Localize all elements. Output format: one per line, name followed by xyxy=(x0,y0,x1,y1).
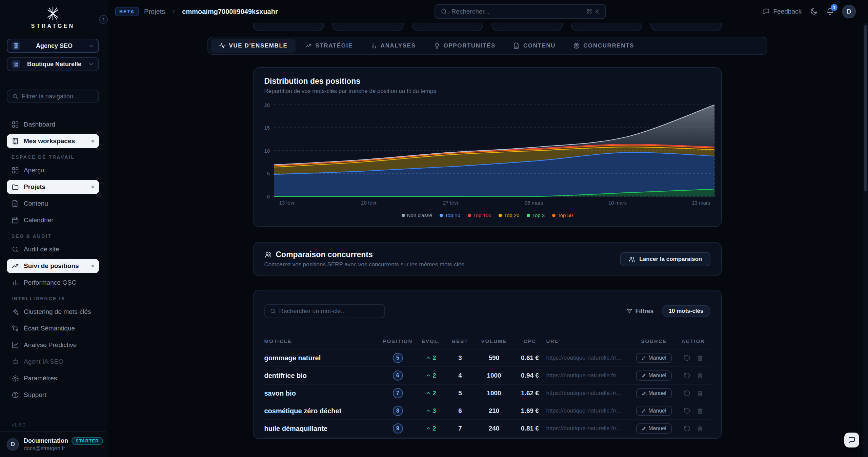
trash-icon xyxy=(697,390,703,397)
url-cell[interactable]: https://boutique-naturelle.fr/hygiene/de… xyxy=(546,372,632,379)
notifications-button[interactable]: 1 xyxy=(826,7,834,16)
tab-strategie[interactable]: STRATÉGIE xyxy=(297,39,361,53)
tab-vue-densemble[interactable]: VUE D'ENSEMBLE xyxy=(211,39,296,53)
sidebar-item-analyse-predictive[interactable]: Analyse Prédictive xyxy=(7,338,99,352)
bar-chart-icon xyxy=(370,42,377,49)
filters-button[interactable]: Filtres xyxy=(626,308,653,315)
logo: STRATGEN xyxy=(0,0,106,32)
sidebar-item-support[interactable]: Support xyxy=(7,388,99,402)
evolution-cell: 2 xyxy=(416,390,446,397)
chart-legend: Non classé Top 10 Top 100 Top 20 Top 3 T… xyxy=(264,212,710,218)
sidebar-item-projets[interactable]: Projets xyxy=(7,180,99,194)
keywords-count-badge: 10 mots-clés xyxy=(662,305,710,317)
sidebar-filter[interactable] xyxy=(7,90,99,103)
sidebar-nav: Dashboard Mes workspaces ESPACE DE TRAVA… xyxy=(0,103,106,422)
sidebar-item-suivi-de-positions[interactable]: Suivi de positions xyxy=(7,259,99,273)
sidebar-item-agent-ia-seo[interactable]: Agent IA SEO xyxy=(7,355,99,369)
workspace-switcher-agency[interactable]: Agency SEO xyxy=(7,39,99,53)
activity-icon xyxy=(219,42,226,49)
sidebar-collapse-button[interactable] xyxy=(99,15,108,24)
tab-concurrents[interactable]: CONCURRENTS xyxy=(565,39,642,53)
sidebar-item-audit-de-site[interactable]: Audit de site xyxy=(7,242,99,256)
legend-top-100[interactable]: Top 100 xyxy=(468,212,491,218)
refresh-icon xyxy=(684,407,690,414)
refresh-keyword-button[interactable] xyxy=(682,424,692,433)
sidebar-filter-input[interactable] xyxy=(22,93,94,100)
arrow-up-icon xyxy=(426,391,431,396)
legend-non-classe[interactable]: Non classé xyxy=(402,212,432,218)
keyword-row[interactable]: savon bio 7 2 5 1000 1.62 € https://bout… xyxy=(264,385,710,402)
trash-icon xyxy=(697,372,703,379)
delete-keyword-button[interactable] xyxy=(695,388,705,398)
delete-keyword-button[interactable] xyxy=(695,353,705,363)
app-window: STRATGEN Agency SEO Boutique Naturelle D… xyxy=(0,0,868,457)
chevron-down-icon xyxy=(88,61,94,67)
delete-keyword-button[interactable] xyxy=(695,424,705,433)
top-header: BETA Projets cmmoaimg7000li9049ksxuahr ⌘… xyxy=(106,0,868,23)
stat-card-stub xyxy=(253,23,324,31)
help-icon xyxy=(12,391,19,399)
sidebar-item-performance-gsc[interactable]: Performance GSC xyxy=(7,275,99,290)
legend-top-10[interactable]: Top 10 xyxy=(440,212,460,218)
keyword-row[interactable]: huile démaquillante 9 2 7 240 0.81 € htt… xyxy=(264,420,710,438)
chat-widget-button[interactable] xyxy=(844,433,859,448)
tab-opportunites[interactable]: OPPORTUNITÉS xyxy=(425,39,504,53)
source-badge: Manuel xyxy=(636,388,671,398)
sidebar-item-clustering[interactable]: Clustering de mots-clés xyxy=(7,305,99,319)
sidebar-item-mes-workspaces[interactable]: Mes workspaces xyxy=(7,134,99,148)
tab-contenu[interactable]: CONTENU xyxy=(505,39,564,53)
sidebar-item-dashboard[interactable]: Dashboard xyxy=(7,117,99,132)
delete-keyword-button[interactable] xyxy=(695,371,705,380)
stat-card-stub xyxy=(412,23,483,31)
refresh-icon xyxy=(684,355,690,361)
refresh-keyword-button[interactable] xyxy=(682,371,692,380)
filter-icon xyxy=(626,308,632,314)
volume-cell: 1000 xyxy=(475,389,514,397)
y-axis-labels: 20 15 10 5 0 xyxy=(264,105,270,196)
keyword-search-input[interactable] xyxy=(279,308,380,315)
user-avatar-button[interactable]: D xyxy=(842,5,856,18)
pencil-icon xyxy=(642,356,646,360)
legend-top-50[interactable]: Top 50 xyxy=(552,212,573,218)
grid-icon xyxy=(12,167,19,174)
breadcrumb-projets[interactable]: Projets xyxy=(144,8,165,16)
refresh-keyword-button[interactable] xyxy=(682,353,692,363)
feedback-button[interactable]: Feedback xyxy=(763,8,802,15)
legend-top-3[interactable]: Top 3 xyxy=(527,212,545,218)
table-header-row: MOT-CLÉ POSITION ÉVOL. BEST VOLUME CPC U… xyxy=(264,333,710,349)
theme-toggle-button[interactable] xyxy=(810,7,818,16)
scrollbar-thumb[interactable] xyxy=(864,25,867,191)
source-badge: Manuel xyxy=(636,353,671,363)
content-scroll-area: VUE D'ENSEMBLE STRATÉGIE ANALYSES OPPORT… xyxy=(106,23,868,457)
sidebar-item-ecart-semantique[interactable]: Écart Sémantique xyxy=(7,321,99,336)
keyword-row[interactable]: cosmétique zéro déchet 8 3 6 210 1.69 € … xyxy=(264,402,710,420)
url-cell[interactable]: https://boutique-naturelle.fr/... xyxy=(546,425,632,432)
workspace-switcher-boutique[interactable]: Boutique Naturelle xyxy=(7,57,99,71)
legend-top-20[interactable]: Top 20 xyxy=(499,212,519,218)
user-card[interactable]: D Documentation STARTER docs@stratgen.fr xyxy=(0,431,106,457)
keyword-cell: huile démaquillante xyxy=(264,425,380,433)
sidebar-item-parametres[interactable]: Paramètres xyxy=(7,371,99,385)
nav-section-seo-audit: SEO & AUDIT xyxy=(12,233,99,239)
refresh-keyword-button[interactable] xyxy=(682,388,692,398)
sidebar-item-contenu[interactable]: Contenu xyxy=(7,196,99,211)
keyword-row[interactable]: dentifrice bio 6 2 4 1000 0.94 € https:/… xyxy=(264,367,710,385)
global-search-input[interactable] xyxy=(451,8,583,15)
keyword-cell: dentifrice bio xyxy=(264,372,380,380)
refresh-keyword-button[interactable] xyxy=(682,406,692,416)
target-icon xyxy=(573,42,580,49)
page-scrollbar[interactable] xyxy=(863,23,868,457)
keyword-row[interactable]: gommage naturel 5 2 3 590 0.61 € https:/… xyxy=(264,349,710,367)
delete-keyword-button[interactable] xyxy=(695,406,705,416)
position-badge: 9 xyxy=(393,423,403,434)
sidebar-item-apercu[interactable]: Aperçu xyxy=(7,163,99,177)
url-cell[interactable]: https://boutique-naturelle.fr/guide/cosm… xyxy=(546,407,632,414)
url-cell[interactable]: https://boutique-naturelle.fr/soins-corp… xyxy=(546,355,632,361)
url-cell[interactable]: https://boutique-naturelle.fr/savons/sav… xyxy=(546,390,632,397)
tab-analyses[interactable]: ANALYSES xyxy=(362,39,424,53)
sidebar-item-calendrier[interactable]: Calendrier xyxy=(7,213,99,227)
pencil-icon xyxy=(642,426,646,431)
keyword-search[interactable] xyxy=(264,304,385,318)
launch-comparison-button[interactable]: Lancer la comparaison xyxy=(620,252,710,266)
global-search[interactable]: ⌘ K xyxy=(435,4,606,19)
